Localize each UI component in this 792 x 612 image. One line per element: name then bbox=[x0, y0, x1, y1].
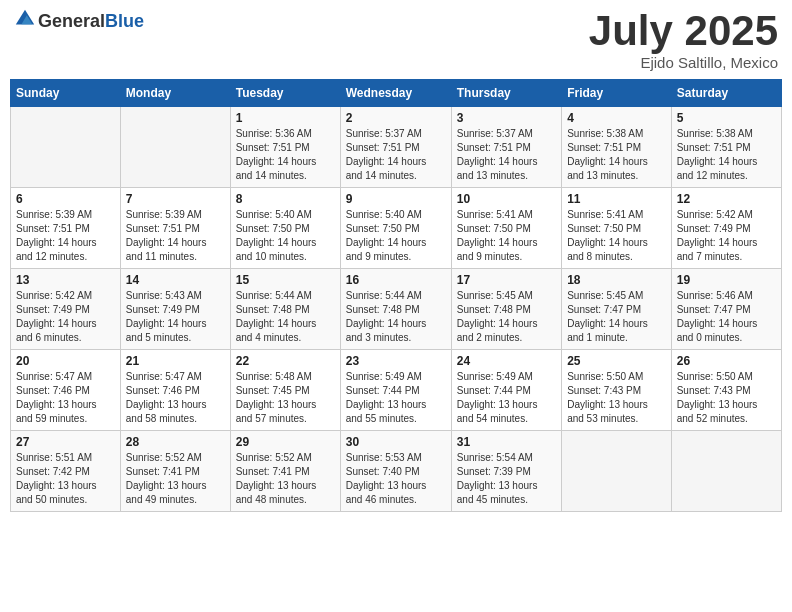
day-info: Sunrise: 5:50 AMSunset: 7:43 PMDaylight:… bbox=[567, 370, 666, 426]
week-row-3: 13Sunrise: 5:42 AMSunset: 7:49 PMDayligh… bbox=[11, 269, 782, 350]
weekday-header-monday: Monday bbox=[120, 80, 230, 107]
day-info: Sunrise: 5:37 AMSunset: 7:51 PMDaylight:… bbox=[457, 127, 556, 183]
day-info: Sunrise: 5:49 AMSunset: 7:44 PMDaylight:… bbox=[457, 370, 556, 426]
day-number: 25 bbox=[567, 354, 666, 368]
day-info: Sunrise: 5:47 AMSunset: 7:46 PMDaylight:… bbox=[126, 370, 225, 426]
weekday-header-thursday: Thursday bbox=[451, 80, 561, 107]
day-number: 4 bbox=[567, 111, 666, 125]
day-number: 16 bbox=[346, 273, 446, 287]
calendar-cell: 17Sunrise: 5:45 AMSunset: 7:48 PMDayligh… bbox=[451, 269, 561, 350]
calendar-cell bbox=[671, 431, 781, 512]
calendar-cell: 26Sunrise: 5:50 AMSunset: 7:43 PMDayligh… bbox=[671, 350, 781, 431]
title-block: July 2025 Ejido Saltillo, Mexico bbox=[589, 10, 778, 71]
calendar-cell: 29Sunrise: 5:52 AMSunset: 7:41 PMDayligh… bbox=[230, 431, 340, 512]
day-info: Sunrise: 5:42 AMSunset: 7:49 PMDaylight:… bbox=[16, 289, 115, 345]
calendar-cell: 8Sunrise: 5:40 AMSunset: 7:50 PMDaylight… bbox=[230, 188, 340, 269]
day-info: Sunrise: 5:40 AMSunset: 7:50 PMDaylight:… bbox=[236, 208, 335, 264]
day-number: 17 bbox=[457, 273, 556, 287]
day-number: 12 bbox=[677, 192, 776, 206]
calendar-cell: 9Sunrise: 5:40 AMSunset: 7:50 PMDaylight… bbox=[340, 188, 451, 269]
page-header: GeneralBlue July 2025 Ejido Saltillo, Me… bbox=[10, 10, 782, 71]
day-info: Sunrise: 5:48 AMSunset: 7:45 PMDaylight:… bbox=[236, 370, 335, 426]
calendar-cell: 25Sunrise: 5:50 AMSunset: 7:43 PMDayligh… bbox=[562, 350, 672, 431]
calendar-cell: 6Sunrise: 5:39 AMSunset: 7:51 PMDaylight… bbox=[11, 188, 121, 269]
day-number: 30 bbox=[346, 435, 446, 449]
day-number: 22 bbox=[236, 354, 335, 368]
calendar-cell: 23Sunrise: 5:49 AMSunset: 7:44 PMDayligh… bbox=[340, 350, 451, 431]
day-info: Sunrise: 5:49 AMSunset: 7:44 PMDaylight:… bbox=[346, 370, 446, 426]
calendar-cell: 28Sunrise: 5:52 AMSunset: 7:41 PMDayligh… bbox=[120, 431, 230, 512]
week-row-5: 27Sunrise: 5:51 AMSunset: 7:42 PMDayligh… bbox=[11, 431, 782, 512]
day-number: 9 bbox=[346, 192, 446, 206]
calendar-cell: 7Sunrise: 5:39 AMSunset: 7:51 PMDaylight… bbox=[120, 188, 230, 269]
logo: GeneralBlue bbox=[14, 10, 144, 34]
weekday-header-sunday: Sunday bbox=[11, 80, 121, 107]
calendar-cell: 21Sunrise: 5:47 AMSunset: 7:46 PMDayligh… bbox=[120, 350, 230, 431]
day-info: Sunrise: 5:53 AMSunset: 7:40 PMDaylight:… bbox=[346, 451, 446, 507]
calendar-cell: 20Sunrise: 5:47 AMSunset: 7:46 PMDayligh… bbox=[11, 350, 121, 431]
weekday-header-row: SundayMondayTuesdayWednesdayThursdayFrid… bbox=[11, 80, 782, 107]
weekday-header-friday: Friday bbox=[562, 80, 672, 107]
day-number: 5 bbox=[677, 111, 776, 125]
week-row-4: 20Sunrise: 5:47 AMSunset: 7:46 PMDayligh… bbox=[11, 350, 782, 431]
calendar-cell bbox=[562, 431, 672, 512]
calendar-cell: 27Sunrise: 5:51 AMSunset: 7:42 PMDayligh… bbox=[11, 431, 121, 512]
calendar-cell: 11Sunrise: 5:41 AMSunset: 7:50 PMDayligh… bbox=[562, 188, 672, 269]
day-number: 2 bbox=[346, 111, 446, 125]
day-info: Sunrise: 5:37 AMSunset: 7:51 PMDaylight:… bbox=[346, 127, 446, 183]
calendar-cell: 3Sunrise: 5:37 AMSunset: 7:51 PMDaylight… bbox=[451, 107, 561, 188]
day-info: Sunrise: 5:38 AMSunset: 7:51 PMDaylight:… bbox=[567, 127, 666, 183]
day-number: 18 bbox=[567, 273, 666, 287]
day-info: Sunrise: 5:50 AMSunset: 7:43 PMDaylight:… bbox=[677, 370, 776, 426]
calendar-cell: 19Sunrise: 5:46 AMSunset: 7:47 PMDayligh… bbox=[671, 269, 781, 350]
day-info: Sunrise: 5:52 AMSunset: 7:41 PMDaylight:… bbox=[126, 451, 225, 507]
day-number: 27 bbox=[16, 435, 115, 449]
weekday-header-saturday: Saturday bbox=[671, 80, 781, 107]
day-number: 8 bbox=[236, 192, 335, 206]
calendar-cell: 2Sunrise: 5:37 AMSunset: 7:51 PMDaylight… bbox=[340, 107, 451, 188]
day-number: 31 bbox=[457, 435, 556, 449]
calendar-cell: 30Sunrise: 5:53 AMSunset: 7:40 PMDayligh… bbox=[340, 431, 451, 512]
day-info: Sunrise: 5:36 AMSunset: 7:51 PMDaylight:… bbox=[236, 127, 335, 183]
calendar-cell bbox=[11, 107, 121, 188]
week-row-1: 1Sunrise: 5:36 AMSunset: 7:51 PMDaylight… bbox=[11, 107, 782, 188]
calendar-cell: 15Sunrise: 5:44 AMSunset: 7:48 PMDayligh… bbox=[230, 269, 340, 350]
day-number: 24 bbox=[457, 354, 556, 368]
calendar-cell: 24Sunrise: 5:49 AMSunset: 7:44 PMDayligh… bbox=[451, 350, 561, 431]
weekday-header-wednesday: Wednesday bbox=[340, 80, 451, 107]
day-number: 7 bbox=[126, 192, 225, 206]
day-info: Sunrise: 5:45 AMSunset: 7:48 PMDaylight:… bbox=[457, 289, 556, 345]
day-info: Sunrise: 5:41 AMSunset: 7:50 PMDaylight:… bbox=[457, 208, 556, 264]
day-number: 6 bbox=[16, 192, 115, 206]
day-number: 11 bbox=[567, 192, 666, 206]
day-info: Sunrise: 5:45 AMSunset: 7:47 PMDaylight:… bbox=[567, 289, 666, 345]
day-number: 3 bbox=[457, 111, 556, 125]
day-info: Sunrise: 5:47 AMSunset: 7:46 PMDaylight:… bbox=[16, 370, 115, 426]
day-info: Sunrise: 5:39 AMSunset: 7:51 PMDaylight:… bbox=[16, 208, 115, 264]
day-number: 21 bbox=[126, 354, 225, 368]
day-info: Sunrise: 5:42 AMSunset: 7:49 PMDaylight:… bbox=[677, 208, 776, 264]
day-info: Sunrise: 5:43 AMSunset: 7:49 PMDaylight:… bbox=[126, 289, 225, 345]
week-row-2: 6Sunrise: 5:39 AMSunset: 7:51 PMDaylight… bbox=[11, 188, 782, 269]
calendar-cell: 13Sunrise: 5:42 AMSunset: 7:49 PMDayligh… bbox=[11, 269, 121, 350]
day-number: 28 bbox=[126, 435, 225, 449]
day-number: 1 bbox=[236, 111, 335, 125]
day-info: Sunrise: 5:46 AMSunset: 7:47 PMDaylight:… bbox=[677, 289, 776, 345]
day-info: Sunrise: 5:38 AMSunset: 7:51 PMDaylight:… bbox=[677, 127, 776, 183]
day-number: 13 bbox=[16, 273, 115, 287]
day-info: Sunrise: 5:39 AMSunset: 7:51 PMDaylight:… bbox=[126, 208, 225, 264]
day-number: 26 bbox=[677, 354, 776, 368]
day-number: 19 bbox=[677, 273, 776, 287]
day-info: Sunrise: 5:44 AMSunset: 7:48 PMDaylight:… bbox=[346, 289, 446, 345]
calendar-cell: 18Sunrise: 5:45 AMSunset: 7:47 PMDayligh… bbox=[562, 269, 672, 350]
weekday-header-tuesday: Tuesday bbox=[230, 80, 340, 107]
calendar-cell: 4Sunrise: 5:38 AMSunset: 7:51 PMDaylight… bbox=[562, 107, 672, 188]
logo-icon bbox=[14, 8, 36, 30]
logo-text-line1: GeneralBlue bbox=[38, 12, 144, 32]
calendar-cell: 22Sunrise: 5:48 AMSunset: 7:45 PMDayligh… bbox=[230, 350, 340, 431]
day-info: Sunrise: 5:41 AMSunset: 7:50 PMDaylight:… bbox=[567, 208, 666, 264]
day-info: Sunrise: 5:44 AMSunset: 7:48 PMDaylight:… bbox=[236, 289, 335, 345]
day-info: Sunrise: 5:40 AMSunset: 7:50 PMDaylight:… bbox=[346, 208, 446, 264]
day-number: 29 bbox=[236, 435, 335, 449]
calendar-cell: 10Sunrise: 5:41 AMSunset: 7:50 PMDayligh… bbox=[451, 188, 561, 269]
